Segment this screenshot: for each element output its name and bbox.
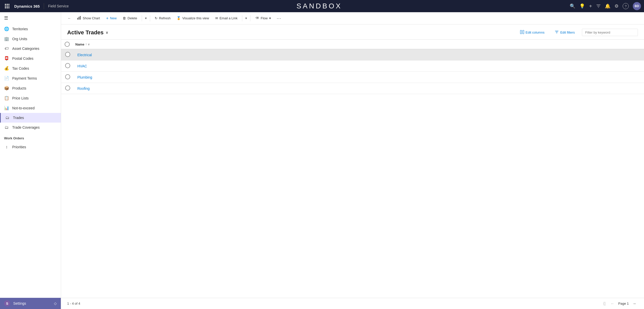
filter-icon[interactable]	[596, 4, 601, 8]
svg-rect-6	[5, 7, 6, 8]
new-button[interactable]: + New	[104, 14, 119, 22]
flow-button[interactable]: Flow ▾	[252, 14, 273, 22]
email-button[interactable]: ✉ Email a Link	[213, 15, 240, 22]
app-grid-button[interactable]	[3, 2, 11, 10]
visualize-button[interactable]: 🏅 Visualize this view	[174, 15, 211, 22]
sort-dropdown-icon[interactable]: ∨	[88, 43, 90, 46]
user-avatar[interactable]: BD	[633, 2, 641, 10]
row-4-link[interactable]: Roofing	[77, 86, 90, 91]
view-header: Active Trades ∨ Edit columns Edit filter…	[61, 24, 644, 40]
first-page-button[interactable]: ⟨|	[602, 300, 607, 307]
module-name: Field Service	[48, 4, 69, 8]
svg-rect-8	[8, 7, 9, 8]
row-3-check[interactable]	[61, 72, 73, 83]
sidebar-item-settings[interactable]: S Settings ◇	[0, 298, 61, 309]
lightbulb-icon[interactable]: 💡	[579, 3, 585, 9]
sidebar-label-priorities: Priorities	[12, 145, 26, 149]
delete-icon: 🗑	[123, 16, 126, 20]
sidebar-label-price-lists: Price Lists	[12, 96, 29, 100]
sidebar: ☰ 🌐 Territories 🏢 Org Units 🏷 Asset Cate…	[0, 12, 61, 309]
header-check-col	[61, 42, 73, 47]
table-header: Name ↑ ∨	[61, 40, 644, 49]
gear-icon[interactable]: ⚙	[614, 3, 619, 9]
row-1-check[interactable]	[61, 49, 73, 60]
sidebar-item-tax-codes[interactable]: 💰 Tax Codes	[0, 63, 61, 73]
sidebar-item-priorities[interactable]: ↕ Priorities	[0, 142, 61, 152]
show-chart-button[interactable]: Show Chart	[75, 14, 103, 22]
help-icon[interactable]: ?	[623, 3, 629, 9]
row-2-check[interactable]	[61, 61, 73, 71]
sidebar-item-not-to-exceed[interactable]: 📊 Not-to-exceed	[0, 103, 61, 113]
sort-asc-icon[interactable]: ↑	[85, 42, 87, 46]
sidebar-item-postal-codes[interactable]: 📮 Postal Codes	[0, 53, 61, 63]
sidebar-item-trade-coverages[interactable]: 🗂 Trade Coverages	[0, 123, 61, 132]
sidebar-item-trades[interactable]: 🗂 Trades	[0, 113, 61, 123]
back-icon: ←	[68, 16, 71, 20]
edit-columns-button[interactable]: Edit columns	[517, 28, 548, 36]
flow-dropdown-icon: ▾	[269, 16, 271, 20]
row-2-link[interactable]: HVAC	[77, 64, 87, 68]
svg-rect-11	[80, 16, 81, 20]
content-area: ← Show Chart + New 🗑 Delete ▾ ↻ Refres	[61, 12, 644, 309]
row-4-check[interactable]	[61, 83, 73, 94]
sidebar-label-trades: Trades	[13, 116, 24, 120]
sidebar-item-territories[interactable]: 🌐 Territories	[0, 24, 61, 34]
new-label: New	[110, 16, 117, 20]
view-title-group: Active Trades ∨	[67, 29, 108, 36]
filter-by-keyword-input[interactable]	[582, 29, 638, 36]
select-all-checkbox[interactable]	[65, 42, 70, 47]
sidebar-item-products[interactable]: 📦 Products	[0, 83, 61, 93]
sandbox-title: SANDBOX	[71, 2, 568, 10]
refresh-label: Refresh	[159, 16, 171, 20]
back-button[interactable]: ←	[65, 15, 74, 22]
visualize-label: Visualize this view	[182, 16, 209, 20]
row-4-name: Roofing	[73, 84, 644, 93]
edit-columns-icon	[520, 30, 524, 35]
refresh-button[interactable]: ↻ Refresh	[152, 15, 173, 22]
svg-rect-12	[520, 30, 522, 34]
sidebar-item-price-lists[interactable]: 📋 Price Lists	[0, 93, 61, 103]
more-options-button[interactable]: ⋯	[275, 16, 283, 21]
row-3-link[interactable]: Plumbing	[77, 75, 92, 79]
territories-icon: 🌐	[4, 26, 9, 31]
priorities-icon: ↕	[4, 145, 9, 149]
row-2-name: HVAC	[73, 62, 644, 71]
tax-codes-icon: 💰	[4, 66, 9, 71]
flow-label: Flow	[261, 16, 267, 20]
row-3-checkbox[interactable]	[65, 74, 70, 79]
asset-categories-icon: 🏷	[4, 46, 9, 51]
record-count: 1 - 4 of 4	[67, 302, 80, 305]
new-icon: +	[106, 16, 108, 21]
edit-filters-button[interactable]: Edit filters	[552, 28, 578, 36]
plus-icon[interactable]: +	[589, 3, 592, 9]
svg-rect-10	[79, 17, 79, 20]
sidebar-hamburger[interactable]: ☰	[0, 12, 61, 24]
delete-dropdown-button[interactable]: ▾	[144, 15, 148, 22]
svg-rect-5	[8, 6, 9, 7]
sidebar-item-asset-categories[interactable]: 🏷 Asset Categories	[0, 44, 61, 53]
view-title-chevron[interactable]: ∨	[106, 31, 108, 35]
view-actions: Edit columns Edit filters	[517, 28, 638, 36]
email-dropdown-button[interactable]: ▾	[244, 15, 248, 22]
row-4-checkbox[interactable]	[65, 85, 70, 91]
settings-chevron: ◇	[54, 301, 57, 305]
email-icon: ✉	[215, 16, 218, 20]
svg-rect-0	[5, 4, 6, 5]
sidebar-item-payment-terms[interactable]: 📄 Payment Terms	[0, 73, 61, 83]
sidebar-item-org-units[interactable]: 🏢 Org Units	[0, 34, 61, 44]
trade-coverages-icon: 🗂	[4, 125, 9, 130]
prev-page-button[interactable]: ←	[609, 300, 616, 307]
table-area: Name ↑ ∨ Electrical	[61, 40, 644, 298]
delete-button[interactable]: 🗑 Delete	[120, 15, 140, 22]
row-2-checkbox[interactable]	[65, 63, 70, 68]
sidebar-label-postal-codes: Postal Codes	[12, 56, 33, 61]
row-1-checkbox[interactable]	[65, 52, 70, 57]
view-title-text: Active Trades	[67, 29, 104, 36]
search-icon[interactable]: 🔍	[570, 3, 575, 9]
postal-codes-icon: 📮	[4, 56, 9, 61]
next-page-button[interactable]: →	[631, 300, 638, 307]
bell-icon[interactable]: 🔔	[605, 3, 610, 9]
org-units-icon: 🏢	[4, 36, 9, 41]
toolbar: ← Show Chart + New 🗑 Delete ▾ ↻ Refres	[61, 12, 644, 24]
row-1-link[interactable]: Electrical	[77, 53, 92, 57]
